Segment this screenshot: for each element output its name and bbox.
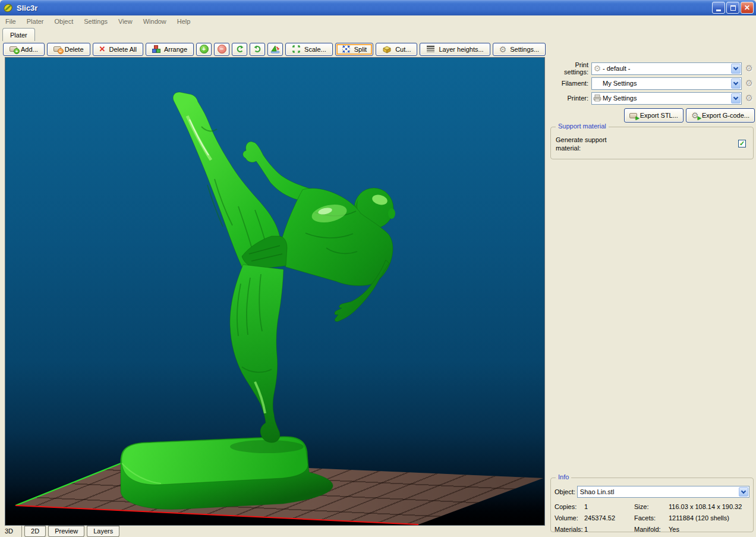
- materials-label: Materials:: [555, 526, 584, 533]
- printer-label: Printer:: [550, 95, 591, 102]
- layer-heights-icon: [426, 45, 435, 53]
- delete-all-button[interactable]: ✕ Delete All: [93, 43, 143, 56]
- y-axis-line: [15, 460, 128, 505]
- gear-icon: ⚙: [499, 45, 507, 54]
- filament-value: My Settings: [603, 80, 741, 87]
- rotate-dialog-button[interactable]: [267, 43, 283, 56]
- preset-gear-icon: ⚙: [594, 64, 601, 73]
- viewport-3d[interactable]: [5, 57, 545, 526]
- copies-label: Copies:: [555, 503, 584, 510]
- object-value: Shao Lin.stl: [578, 488, 749, 495]
- brick-remove-icon: −: [53, 46, 61, 52]
- brick-add-icon: +: [10, 46, 17, 52]
- rotate-ccw-icon: [235, 45, 244, 54]
- filament-gear-button[interactable]: ⚙: [744, 78, 754, 89]
- x-axis-line: [15, 505, 418, 525]
- menu-window[interactable]: Window: [138, 17, 172, 26]
- red-x-icon: ✕: [99, 45, 106, 53]
- chevron-down-icon: [733, 95, 738, 99]
- add-button[interactable]: + Add...: [3, 43, 45, 56]
- menu-bar: File Plater Object Settings View Window …: [0, 15, 756, 27]
- info-group: Info Object: Shao Lin.stl Copies: 1 Size…: [550, 478, 754, 532]
- restore-icon: [730, 5, 736, 11]
- info-grid: Copies: 1 Size: 116.03 x 108.14 x 190.32…: [555, 503, 751, 533]
- chevron-down-icon: [741, 488, 746, 493]
- chevron-down-icon: [733, 65, 738, 70]
- window-title: Slic3r: [17, 4, 37, 12]
- menu-plater[interactable]: Plater: [21, 17, 49, 26]
- printer-dropdown-button[interactable]: [731, 93, 741, 103]
- manifold-label: Manifold:: [634, 526, 669, 533]
- check-icon: ✓: [739, 140, 745, 147]
- shaolin-model: [121, 92, 395, 510]
- arrange-icon: [152, 45, 160, 53]
- menu-object[interactable]: Object: [49, 17, 78, 26]
- menu-settings[interactable]: Settings: [78, 17, 113, 26]
- volume-value: 245374.52: [584, 514, 634, 522]
- printer-gear-button[interactable]: ⚙: [744, 93, 754, 103]
- title-bar[interactable]: Slic3r ✕: [0, 0, 756, 15]
- scale-arrows-icon: [292, 45, 301, 54]
- export-stl-icon: ▶: [629, 112, 638, 119]
- toolbar: + Add... − Delete ✕ Delete All Arrange +…: [0, 41, 756, 57]
- printer-icon: [593, 95, 601, 102]
- tab-row: Plater: [0, 27, 756, 41]
- rotate-cw-button[interactable]: [250, 43, 265, 56]
- close-button[interactable]: ✕: [741, 2, 754, 14]
- print-settings-dropdown-button[interactable]: [731, 64, 741, 74]
- export-gcode-button[interactable]: ⚙ ▶ Export G-code...: [686, 108, 755, 123]
- menu-file[interactable]: File: [0, 17, 21, 26]
- rotate-cw-icon: [253, 45, 262, 54]
- split-button[interactable]: Split: [335, 43, 373, 56]
- copies-value: 1: [584, 503, 634, 510]
- print-settings-combo[interactable]: ⚙ - default -: [591, 62, 742, 75]
- delete-button[interactable]: − Delete: [47, 43, 90, 56]
- decrease-copies-button[interactable]: −: [214, 43, 229, 56]
- rotate-ccw-button[interactable]: [232, 43, 247, 56]
- settings-button[interactable]: ⚙ Settings...: [493, 43, 546, 56]
- object-dropdown-button[interactable]: [739, 487, 748, 497]
- model-scene: [5, 58, 545, 526]
- tab-layers[interactable]: Layers: [87, 526, 119, 537]
- printer-combo[interactable]: My Settings: [591, 92, 742, 105]
- cut-box-icon: [382, 45, 392, 54]
- restore-button[interactable]: [726, 2, 739, 14]
- tab-plater[interactable]: Plater: [2, 28, 35, 41]
- generate-support-label: Generate support material:: [556, 136, 627, 152]
- minimize-icon: [716, 10, 721, 11]
- split-icon: [342, 45, 351, 54]
- scale-button[interactable]: Scale...: [285, 43, 333, 56]
- facets-label: Facets:: [634, 514, 669, 522]
- cut-button[interactable]: Cut...: [376, 43, 417, 56]
- object-label: Object:: [555, 488, 577, 495]
- print-settings-gear-button[interactable]: ⚙: [744, 63, 754, 74]
- menu-help[interactable]: Help: [172, 17, 196, 26]
- layer-heights-button[interactable]: Layer heights...: [420, 43, 490, 56]
- minimize-button[interactable]: [712, 2, 725, 14]
- support-material-group: Support material Generate support materi…: [550, 127, 754, 159]
- object-combo[interactable]: Shao Lin.stl: [577, 486, 749, 498]
- increase-copies-button[interactable]: +: [196, 43, 212, 56]
- view-tabs: 3D 2D Preview Layers: [0, 526, 550, 537]
- info-title: Info: [556, 473, 571, 481]
- filament-dropdown-button[interactable]: [731, 78, 741, 89]
- menu-view[interactable]: View: [113, 17, 138, 26]
- size-label: Size:: [634, 503, 669, 510]
- filament-combo[interactable]: My Settings: [591, 77, 742, 90]
- export-stl-button[interactable]: ▶ Export STL...: [624, 108, 683, 123]
- plus-circle-icon: +: [200, 45, 209, 54]
- support-material-title: Support material: [556, 123, 609, 130]
- printer-value: My Settings: [603, 95, 741, 102]
- tab-3d[interactable]: 3D: [0, 526, 22, 537]
- export-gcode-icon: ⚙ ▶: [691, 112, 700, 119]
- tab-preview[interactable]: Preview: [48, 526, 84, 537]
- close-icon: ✕: [744, 4, 750, 11]
- facets-value: 1211884 (120 shells): [669, 514, 751, 522]
- size-value: 116.03 x 108.14 x 190.32: [669, 503, 751, 510]
- tab-2d[interactable]: 2D: [24, 526, 46, 537]
- minus-circle-icon: −: [218, 45, 226, 54]
- slic3r-window: { "window": { "title": "Slic3r" }, "icon…: [0, 0, 756, 537]
- arrange-button[interactable]: Arrange: [146, 43, 194, 56]
- print-settings-value: - default -: [603, 65, 741, 72]
- generate-support-checkbox[interactable]: ✓: [738, 140, 746, 147]
